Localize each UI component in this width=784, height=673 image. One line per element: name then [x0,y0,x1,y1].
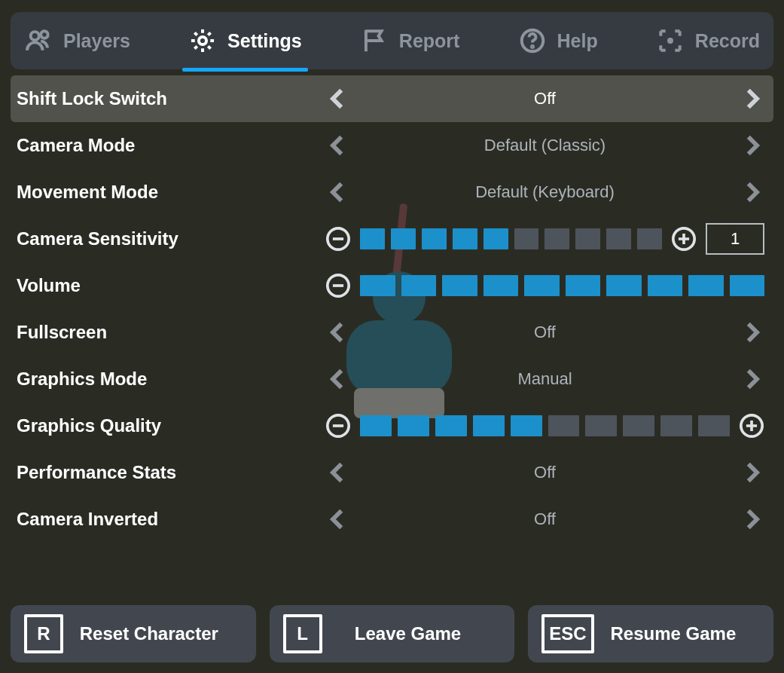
setting-label: Graphics Quality [17,415,325,436]
plus-icon[interactable] [671,226,697,252]
setting-label: Shift Lock Switch [17,88,325,109]
flag-icon [360,26,389,55]
tab-label: Settings [227,30,302,52]
footer-buttons: R Reset Character L Leave Game ESC Resum… [11,605,773,662]
tab-label: Players [63,30,130,52]
tab-label: Help [557,30,598,52]
row-graphics-mode: Graphics Mode Manual [11,356,773,402]
minus-icon[interactable] [325,413,351,439]
gear-icon [188,26,217,55]
svg-point-4 [532,46,533,47]
help-icon [518,26,547,55]
svg-point-5 [667,38,673,44]
setting-label: Graphics Mode [17,369,325,390]
button-label: Resume Game [587,623,760,644]
chevron-left-icon[interactable] [325,133,351,158]
chevron-right-icon[interactable] [739,506,764,532]
setting-value: Off [357,323,733,342]
minus-icon[interactable] [325,226,351,252]
button-label: Reset Character [56,623,243,644]
tab-settings[interactable]: Settings [188,12,302,69]
chevron-left-icon[interactable] [325,86,351,112]
row-volume: Volume [11,262,773,309]
setting-label: Fullscreen [17,322,325,343]
row-camera-mode: Camera Mode Default (Classic) [11,122,773,169]
setting-label: Volume [17,275,325,296]
button-label: Leave Game [315,623,502,644]
setting-value: Default (Keyboard) [357,182,733,202]
chevron-left-icon[interactable] [325,366,351,392]
tab-report[interactable]: Report [360,12,460,69]
resume-game-button[interactable]: ESC Resume Game [528,605,773,662]
volume-segments[interactable] [360,275,764,296]
row-camera-sensitivity: Camera Sensitivity [11,216,773,262]
sensitivity-segments[interactable] [360,228,662,249]
chevron-right-icon[interactable] [739,133,764,158]
setting-value: Manual [357,369,733,389]
row-performance-stats: Performance Stats Off [11,449,773,496]
chevron-left-icon[interactable] [325,506,351,532]
chevron-right-icon[interactable] [739,179,764,205]
plus-icon[interactable] [739,413,764,439]
setting-value: Off [357,89,733,109]
row-fullscreen: Fullscreen Off [11,309,773,356]
tab-label: Record [695,30,760,52]
leave-game-button[interactable]: L Leave Game [270,605,515,662]
tab-record[interactable]: Record [656,12,760,69]
setting-value: Off [357,463,733,482]
chevron-right-icon[interactable] [739,460,764,485]
row-shift-lock: Shift Lock Switch Off [11,75,773,122]
chevron-left-icon[interactable] [325,460,351,485]
row-graphics-quality: Graphics Quality [11,402,773,449]
svg-point-0 [31,32,39,40]
tab-label: Report [399,30,460,52]
row-movement-mode: Movement Mode Default (Keyboard) [11,169,773,216]
setting-label: Camera Inverted [17,509,325,530]
svg-point-2 [199,37,206,44]
sensitivity-input[interactable] [706,223,764,255]
minus-icon[interactable] [325,273,351,298]
svg-point-1 [41,31,48,38]
setting-label: Movement Mode [17,182,325,203]
chevron-right-icon[interactable] [739,366,764,392]
setting-value: Default (Classic) [357,136,733,155]
settings-list: Shift Lock Switch Off Camera Mode Defaul… [11,75,773,543]
chevron-right-icon[interactable] [739,86,764,112]
setting-value: Off [357,509,733,529]
row-camera-inverted: Camera Inverted Off [11,496,773,543]
chevron-left-icon[interactable] [325,179,351,205]
tab-bar: Players Settings Report Help Record [11,12,773,69]
setting-label: Camera Mode [17,135,325,156]
players-icon [24,26,53,55]
quality-segments[interactable] [360,415,730,436]
reset-character-button[interactable]: R Reset Character [11,605,256,662]
tab-help[interactable]: Help [518,12,598,69]
chevron-left-icon[interactable] [325,320,351,345]
tab-players[interactable]: Players [24,12,130,69]
settings-panel: Players Settings Report Help Record [0,0,784,673]
setting-label: Performance Stats [17,462,325,483]
chevron-right-icon[interactable] [739,320,764,345]
record-icon [656,26,685,55]
setting-label: Camera Sensitivity [17,228,325,249]
